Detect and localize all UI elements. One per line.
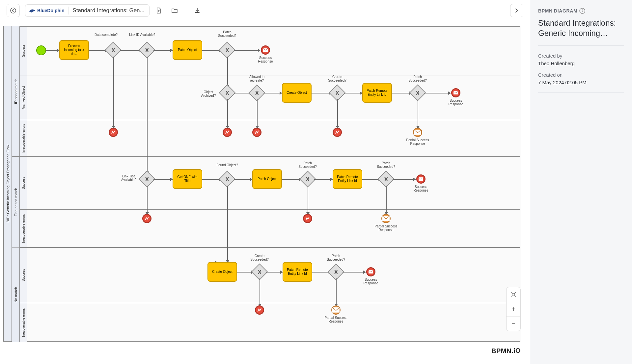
event-label: Partial Success Response: [323, 316, 349, 323]
brand-name: BlueDolphin: [37, 8, 64, 13]
end-partial[interactable]: [381, 214, 391, 223]
task-create-object-2[interactable]: Create Object: [207, 262, 237, 282]
flow: [46, 50, 59, 51]
sublane-label: Irrecoverable errors: [19, 120, 27, 157]
flow: [89, 50, 107, 51]
end-error[interactable]: [142, 214, 151, 223]
end-error[interactable]: [303, 214, 312, 223]
sublane-label: Irrecoverable errors: [19, 303, 27, 342]
end-partial[interactable]: [413, 128, 422, 137]
sidebar-heading: BPMN DIAGRAM: [538, 8, 624, 14]
sublane-label: Archived Object: [19, 75, 27, 120]
gateway-label: Patch Succeeded?: [294, 161, 321, 169]
task-patch-object-2[interactable]: Patch Object: [252, 169, 282, 189]
end-error[interactable]: [255, 305, 264, 315]
task-label: Patch Remote Entity Link Id: [364, 89, 390, 97]
task-patch-remote[interactable]: Patch Remote Entity Link Id: [362, 83, 392, 103]
gateway-label: Patch Succeeded?: [404, 75, 431, 82]
flow: [308, 186, 308, 215]
sublane-errors: Irrecoverable errors: [19, 209, 520, 247]
brand-logo: BlueDolphin: [29, 8, 64, 13]
task-process-incoming[interactable]: Process incoming task data: [59, 40, 89, 60]
task-label: Create Object: [287, 91, 307, 95]
dolphin-icon: [29, 8, 36, 13]
end-success[interactable]: [366, 267, 375, 276]
end-success[interactable]: [451, 88, 460, 97]
flow: [153, 179, 173, 180]
gateway-label: Patch Succeeded?: [373, 161, 399, 169]
svg-point-10: [582, 10, 583, 10]
download-icon: [194, 7, 201, 14]
diagram-canvas[interactable]: BIF : Generic Incoming Object Propagatio…: [3, 21, 527, 361]
event-label: Success Response: [408, 185, 434, 192]
sublane-label: Success: [19, 248, 27, 303]
task-patch-remote-3[interactable]: Patch Remote Entity Link Id: [283, 262, 312, 282]
task-get-one-title[interactable]: Get ONE with Title: [173, 169, 202, 189]
lane-no-match[interactable]: No match Success Irrecoverable errors: [12, 247, 520, 342]
end-error[interactable]: [223, 128, 232, 137]
flow: [343, 272, 366, 273]
add-doc-button[interactable]: [152, 4, 165, 17]
flow: [314, 179, 333, 180]
sublane-label: Irrecoverable errors: [19, 210, 27, 247]
start-event[interactable]: [36, 45, 46, 55]
flow: [393, 179, 416, 180]
zoom-label: +: [511, 305, 515, 313]
lane-label: Title based match: [12, 157, 19, 247]
chevron-right-icon: [514, 8, 519, 13]
gateway-label: Create Succeeded?: [246, 254, 273, 261]
sublane-label: Success: [19, 27, 27, 75]
divider: [538, 92, 624, 93]
task-label: Patch Remote Entity Link Id: [335, 175, 360, 183]
task-label: Process incoming task data: [61, 44, 87, 56]
created-by-value: Theo Hollenberg: [538, 61, 624, 66]
panel-toggle-button[interactable]: [510, 4, 523, 17]
task-label: Create Object: [212, 270, 233, 274]
fit-icon: [510, 292, 516, 298]
end-error[interactable]: [252, 128, 261, 137]
zoom-label: −: [511, 320, 515, 327]
toolbar: BlueDolphin Standard Integrations: Gen..…: [0, 0, 530, 21]
task-create-object[interactable]: Create Object: [282, 83, 312, 103]
add-doc-icon: [155, 7, 162, 14]
event-label: Partial Success Response: [373, 224, 399, 232]
lane-label: No match: [12, 247, 19, 342]
end-error[interactable]: [333, 128, 342, 137]
flow: [202, 50, 221, 51]
folder-icon: [171, 7, 178, 14]
created-by-label: Created by: [538, 53, 624, 59]
flow: [153, 50, 173, 51]
flow: [263, 93, 282, 93]
details-sidebar: BPMN DIAGRAM Standard Integrations: Gene…: [530, 0, 632, 364]
task-label: Patch Object: [178, 48, 197, 52]
sublane-errors: Irrecoverable errors: [19, 303, 520, 342]
task-patch-object[interactable]: Patch Object: [173, 40, 202, 60]
flow: [227, 99, 228, 128]
gateway-label: Patch Succeeded?: [214, 30, 240, 38]
zoom-in-button[interactable]: +: [507, 302, 520, 316]
end-success[interactable]: [416, 174, 426, 184]
folder-button[interactable]: [168, 4, 181, 17]
flow: [147, 186, 148, 215]
back-button[interactable]: [7, 4, 20, 17]
flow: [282, 179, 302, 180]
divider: [68, 7, 69, 14]
task-label: Patch Object: [258, 177, 276, 181]
task-patch-remote-2[interactable]: Patch Remote Entity Link Id: [333, 169, 362, 189]
download-button[interactable]: [191, 4, 204, 17]
back-icon: [10, 8, 16, 13]
info-icon[interactable]: [579, 8, 585, 14]
zoom-out-button[interactable]: −: [507, 316, 520, 331]
brand-title: BlueDolphin Standard Integrations: Gen..…: [25, 4, 150, 17]
zoom-fit-button[interactable]: [507, 287, 520, 302]
end-error[interactable]: [109, 128, 118, 137]
flow: [147, 57, 148, 174]
end-partial[interactable]: [331, 305, 341, 315]
flow: [227, 186, 228, 263]
flow: [344, 93, 362, 93]
end-success[interactable]: [261, 45, 270, 55]
sublane-errors: Irrecoverable errors: [19, 120, 520, 157]
zoom-controls: + −: [506, 287, 521, 331]
flow: [120, 50, 141, 51]
flow: [337, 99, 338, 128]
